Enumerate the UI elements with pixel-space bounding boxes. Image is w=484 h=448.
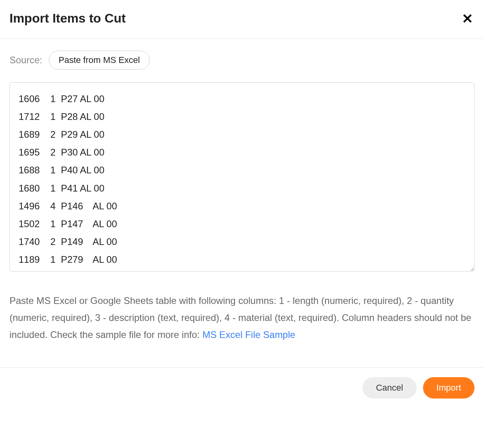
cancel-button[interactable]: Cancel: [362, 377, 416, 399]
import-modal: Import Items to Cut ✕ Source: Paste from…: [0, 0, 484, 408]
modal-title: Import Items to Cut: [10, 11, 126, 26]
source-select-chip[interactable]: Paste from MS Excel: [49, 51, 150, 70]
modal-body: Source: Paste from MS Excel Paste MS Exc…: [0, 39, 484, 353]
help-text: Paste MS Excel or Google Sheets table wi…: [10, 292, 474, 344]
paste-textarea[interactable]: [10, 82, 474, 271]
modal-header: Import Items to Cut ✕: [0, 0, 484, 39]
modal-footer: Cancel Import: [0, 367, 484, 408]
import-button[interactable]: Import: [423, 377, 474, 399]
source-label: Source:: [10, 55, 42, 66]
source-row: Source: Paste from MS Excel: [10, 51, 474, 70]
sample-file-link[interactable]: MS Excel File Sample: [202, 329, 295, 340]
close-icon[interactable]: ✕: [460, 12, 474, 25]
